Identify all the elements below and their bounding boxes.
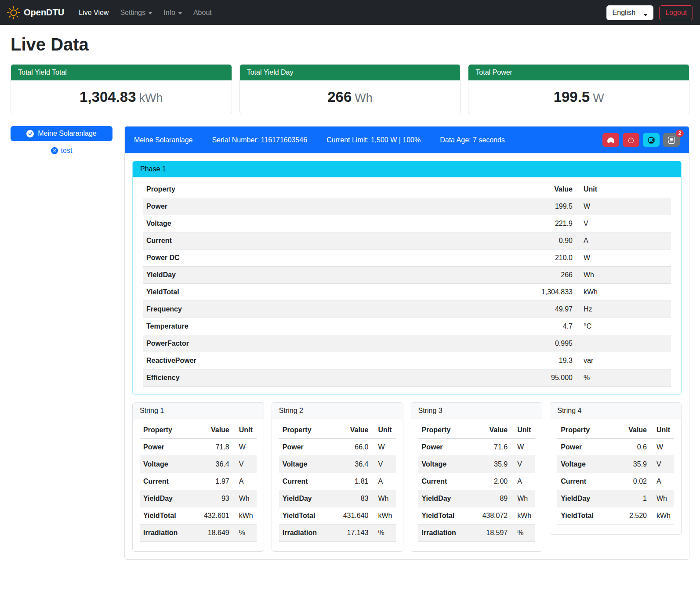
unit-cell: V [576, 215, 671, 232]
nav-item-about[interactable]: About [188, 5, 218, 20]
sidebar-item-test[interactable]: test [11, 147, 112, 155]
language-select[interactable]: English [606, 5, 653, 20]
property-column-header: Property [140, 422, 200, 439]
string-table: PropertyValueUnitPower66.0WVoltage36.4VC… [279, 422, 396, 542]
value-cell: 1.97 [200, 473, 233, 490]
unit-cell: var [576, 352, 671, 369]
summary-cards-row: Total Yield Total1,304.83kWhTotal Yield … [11, 64, 689, 114]
summary-card-body: 1,304.83kWh [11, 80, 232, 114]
table-row: YieldDay89Wh [418, 490, 535, 507]
unit-cell: V [650, 456, 674, 473]
unit-column-header: Unit [372, 422, 396, 439]
unit-cell: Wh [233, 490, 257, 507]
string-card-title: String 1 [133, 403, 264, 419]
table-row: Power66.0W [279, 439, 396, 456]
value-cell: 432.601 [200, 507, 233, 525]
string-card: String 4PropertyValueUnitPower0.6WVoltag… [550, 402, 682, 535]
property-cell: Current [279, 473, 340, 490]
table-row: Power71.8W [140, 439, 257, 456]
table-row: Power71.6W [418, 439, 535, 456]
nav-item-info[interactable]: Info [158, 5, 188, 20]
string-card-body: PropertyValueUnitPower71.8WVoltage36.4VC… [133, 419, 264, 551]
value-cell: 19.3 [519, 352, 576, 369]
property-cell: YieldDay [143, 267, 519, 284]
summary-value: 266 [327, 89, 352, 105]
value-cell: 17.143 [340, 525, 372, 542]
device-info-button[interactable] [643, 133, 660, 147]
summary-card: Total Yield Day266Wh [239, 64, 461, 114]
unit-cell: Wh [650, 490, 674, 507]
property-cell: Power [279, 439, 340, 456]
table-row: ReactivePower19.3var [143, 352, 671, 369]
unit-cell: Hz [576, 301, 671, 318]
value-cell: 0.90 [519, 232, 576, 250]
journal-text-icon [668, 137, 675, 144]
inverter-name: Meine Solaranlage [134, 136, 192, 144]
property-cell: YieldDay [557, 490, 619, 507]
property-cell: Power DC [143, 250, 519, 267]
property-cell: YieldTotal [557, 507, 619, 525]
value-cell: 89 [479, 490, 511, 507]
value-cell: 66.0 [340, 439, 372, 456]
nav-item-settings[interactable]: Settings [114, 5, 158, 20]
page-title: Live Data [11, 35, 689, 54]
property-cell: ReactivePower [143, 352, 519, 369]
limit-settings-button[interactable] [602, 133, 619, 147]
table-row: Efficiency95.000% [143, 369, 671, 387]
property-cell: Current [140, 473, 200, 490]
unit-cell: V [511, 456, 535, 473]
value-column-header: Value [479, 422, 511, 439]
power-icon [627, 137, 635, 144]
property-cell: Power [143, 198, 519, 215]
value-column-header: Value [519, 181, 576, 198]
app-brand[interactable]: OpenDTU [7, 6, 64, 19]
value-cell: 71.8 [200, 439, 233, 456]
phase-card-header: Phase 1 [133, 161, 681, 177]
table-row: YieldDay83Wh [279, 490, 396, 507]
summary-card-title: Total Power [468, 65, 689, 80]
string-card: String 3PropertyValueUnitPower71.6WVolta… [411, 402, 543, 552]
cpu-chip-icon [648, 137, 655, 144]
unit-cell: A [650, 473, 674, 490]
table-header-row: PropertyValueUnit [279, 422, 396, 439]
inverter-select-button[interactable]: Meine Solaranlage [11, 126, 112, 141]
nav-item-live-view[interactable]: Live View [73, 5, 114, 20]
unit-cell: Wh [576, 267, 671, 284]
summary-unit: W [593, 91, 604, 105]
check-circle-icon [26, 130, 34, 137]
property-cell: Current [418, 473, 479, 490]
event-log-button[interactable]: 2 [663, 133, 680, 147]
unit-cell: kWh [511, 507, 535, 525]
unit-cell: °C [576, 318, 671, 335]
property-cell: Irradiation [418, 525, 479, 542]
caret-down-icon [149, 12, 152, 14]
summary-card: Total Yield Total1,304.83kWh [11, 64, 232, 114]
property-cell: Voltage [557, 456, 619, 473]
property-cell: Voltage [140, 456, 200, 473]
unit-cell: kWh [372, 507, 396, 525]
inverter-data-age: Data Age: 7 seconds [440, 136, 505, 144]
table-header-row: Property Value Unit [143, 181, 671, 198]
value-cell: 36.4 [200, 456, 233, 473]
power-button[interactable] [623, 133, 639, 147]
unit-cell: W [650, 439, 674, 456]
string-card-title: String 2 [272, 403, 403, 419]
unit-cell: W [233, 439, 257, 456]
unit-cell: W [576, 198, 671, 215]
summary-value: 199.5 [554, 89, 590, 105]
table-row: Power0.6W [557, 439, 674, 456]
property-cell: Temperature [143, 318, 519, 335]
inverter-action-buttons: 2 [602, 133, 680, 147]
property-cell: Frequency [143, 301, 519, 318]
property-cell: YieldTotal [143, 284, 519, 301]
value-cell: 0.995 [519, 335, 576, 352]
logout-button[interactable]: Logout [659, 5, 693, 20]
nav-item-label: Live View [79, 9, 109, 17]
value-cell: 199.5 [519, 198, 576, 215]
table-row: Current1.81A [279, 473, 396, 490]
summary-unit: Wh [355, 91, 373, 105]
unit-cell: kWh [650, 507, 674, 525]
value-cell: 71.6 [479, 439, 511, 456]
value-cell: 95.000 [519, 369, 576, 387]
value-cell: 0.6 [619, 439, 650, 456]
